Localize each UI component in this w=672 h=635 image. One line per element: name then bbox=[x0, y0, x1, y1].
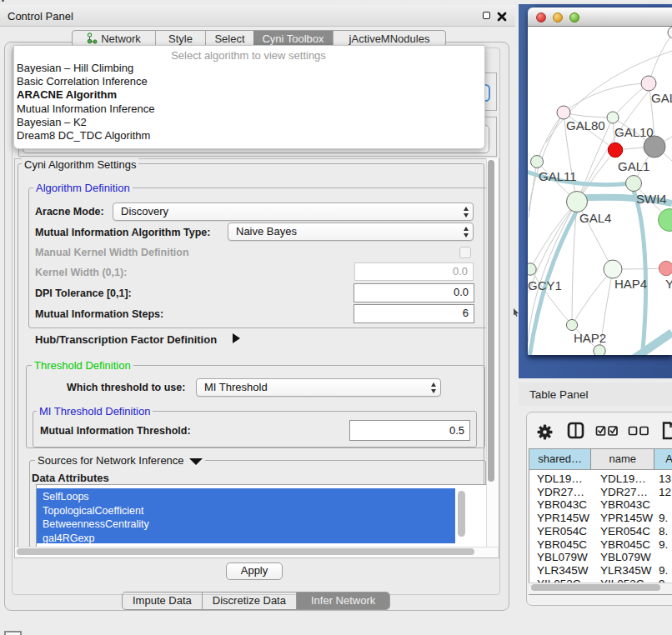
svg-text:GAL10: GAL10 bbox=[614, 125, 654, 139]
svg-text:GAL80: GAL80 bbox=[566, 118, 605, 132]
svg-text:HAP2: HAP2 bbox=[574, 331, 606, 345]
svg-text:YM: YM bbox=[665, 277, 672, 291]
svg-text:GCY1: GCY1 bbox=[528, 278, 562, 292]
svg-text:HAP4: HAP4 bbox=[614, 277, 647, 291]
svg-text:SWI4: SWI4 bbox=[636, 192, 667, 206]
svg-text:GAL11: GAL11 bbox=[539, 169, 577, 183]
svg-text:GAL4: GAL4 bbox=[579, 211, 611, 225]
svg-text:GAL1: GAL1 bbox=[618, 159, 649, 173]
svg-text:GAL7: GAL7 bbox=[651, 91, 672, 105]
